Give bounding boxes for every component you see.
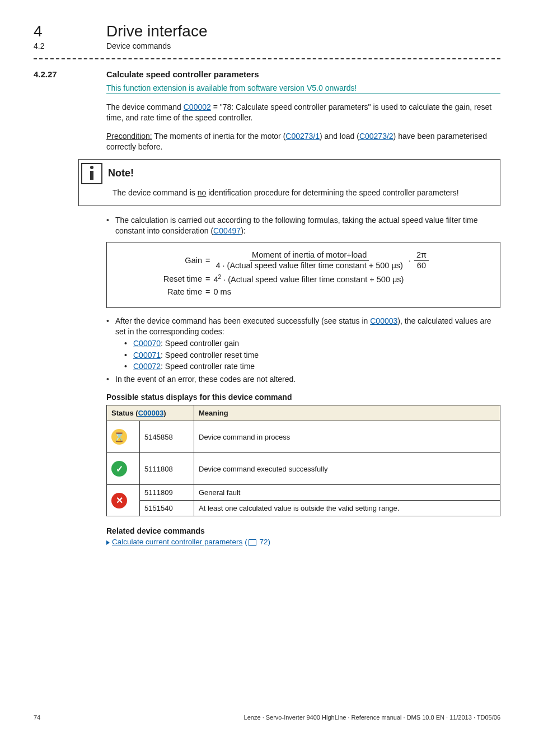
status-meaning: General fault <box>194 485 500 501</box>
sub-bullet: C00071: Speed controller reset time <box>124 350 500 361</box>
table-row: ⌛ 5145858 Device command in process <box>107 421 500 453</box>
text: ): <box>241 226 246 235</box>
bullet-error: In the event of an error, these codes ar… <box>106 374 500 385</box>
code-link-c00072[interactable]: C00072 <box>133 362 161 371</box>
code-link-c00003[interactable]: C00003 <box>370 316 397 325</box>
status-meaning: Device command in process <box>194 421 500 453</box>
fraction-denominator: 4 · (Actual speed value filter time cons… <box>213 261 405 270</box>
formula-box: Gain = Moment of inertia of motor+load 4… <box>106 242 500 308</box>
version-note: This function extension is available fro… <box>106 83 500 92</box>
status-code: 5111808 <box>140 453 194 485</box>
code-link-c00070[interactable]: C00070 <box>133 339 161 348</box>
fraction-numerator: 2π <box>414 250 429 260</box>
code-link-c00002[interactable]: C00002 <box>184 102 211 111</box>
text: The device command is <box>113 188 198 197</box>
related-heading: Related device commands <box>106 526 500 535</box>
status-code: 5151540 <box>140 501 194 516</box>
page-number: 74 <box>34 714 40 721</box>
intro-paragraph: The device command C00002 = "78: Calcula… <box>106 102 500 123</box>
status-meaning: Device command executed successfully <box>194 453 500 485</box>
text: After the device command has been execut… <box>115 316 370 325</box>
checkmark-icon: ✓ <box>111 461 127 477</box>
bullet-after-exec: After the device command has been execut… <box>106 316 500 372</box>
formula-rate-time: Rate time = 0 ms <box>152 287 489 296</box>
text: The device command <box>106 102 184 111</box>
status-header-meaning: Meaning <box>194 405 500 421</box>
status-code: 5145858 <box>140 421 194 453</box>
code-link-c00003[interactable]: C00003 <box>138 409 164 417</box>
text: ) <box>163 409 166 417</box>
text: Status ( <box>111 409 138 417</box>
fraction-main: Moment of inertia of motor+load 4 · (Act… <box>213 250 405 270</box>
text: The moments of inertia for the motor ( <box>152 132 286 141</box>
related-link[interactable]: Calculate current controller parameters <box>112 538 242 546</box>
related-link-row: Calculate current controller parameters … <box>106 538 500 546</box>
triangle-icon <box>106 540 110 545</box>
text: identification procedure for determining… <box>206 188 458 197</box>
section-title: Calculate speed controller parameters <box>106 69 259 79</box>
footer-text: Lenze · Servo-Inverter 9400 HighLine · R… <box>244 714 500 721</box>
sub-bullet: C00070: Speed controller gain <box>124 338 500 349</box>
page-ref: ( 72) <box>245 538 270 546</box>
dot-operator: · <box>409 256 411 265</box>
info-icon <box>81 163 102 184</box>
subchapter-title: Device commands <box>106 41 171 50</box>
text: : Speed controller gain <box>161 339 239 348</box>
note-body: The device command is no identification … <box>79 185 500 206</box>
note-title: Note! <box>108 167 134 179</box>
text: : Speed controller rate time <box>161 362 255 371</box>
equals: = <box>205 287 210 296</box>
table-row: ✓ 5111808 Device command executed succes… <box>107 453 500 485</box>
status-code: 5111809 <box>140 485 194 501</box>
subchapter-number: 4.2 <box>34 41 84 50</box>
code-link-c00273-1[interactable]: C00273/1 <box>285 132 320 141</box>
error-icon: ✕ <box>111 493 127 508</box>
formula-reset-time: Reset time = 42 · (Actual speed value fi… <box>152 274 489 284</box>
version-note-rule <box>106 94 500 94</box>
precondition-label: Precondition: <box>106 132 152 141</box>
status-header-status: Status (C00003) <box>107 405 194 421</box>
status-meaning: At least one calculated value is outside… <box>194 501 500 516</box>
status-table-heading: Possible status displays for this device… <box>106 393 500 402</box>
bullet-calculation: The calculation is carried out according… <box>106 215 500 236</box>
formula-gain-label: Gain <box>152 256 202 265</box>
text: 0 ms <box>213 287 231 296</box>
formula-reset-label: Reset time <box>152 274 202 283</box>
hourglass-icon: ⌛ <box>111 429 127 445</box>
equals: = <box>205 274 210 283</box>
book-icon <box>249 539 256 546</box>
code-link-c00497[interactable]: C00497 <box>213 226 241 235</box>
table-row: 5151540 At least one calculated value is… <box>107 501 500 516</box>
precondition-paragraph: Precondition: The moments of inertia for… <box>106 131 500 152</box>
table-row: ✕ 5111809 General fault <box>107 485 500 501</box>
fraction-denominator: 60 <box>415 261 428 270</box>
sub-bullet: C00072: Speed controller rate time <box>124 361 500 372</box>
text: : Speed controller reset time <box>161 351 259 360</box>
fraction-numerator: Moment of inertia of motor+load <box>250 250 369 260</box>
status-table: Status (C00003) Meaning ⌛ 5145858 Device… <box>106 405 500 516</box>
formula-gain: Gain = Moment of inertia of motor+load 4… <box>152 250 489 270</box>
code-link-c00273-2[interactable]: C00273/2 <box>359 132 394 141</box>
code-link-c00071[interactable]: C00071 <box>133 351 161 360</box>
chapter-number: 4 <box>34 22 84 40</box>
text-underline: no <box>198 188 207 197</box>
equals: = <box>205 256 210 265</box>
formula-rate-label: Rate time <box>152 287 202 296</box>
text: 42 · (Actual speed value filter time con… <box>213 274 404 284</box>
fraction-2pi: 2π 60 <box>414 250 429 270</box>
text: ) and load ( <box>320 132 359 141</box>
note-box: Note! The device command is no identific… <box>78 159 500 207</box>
section-number: 4.2.27 <box>34 69 84 79</box>
chapter-title: Drive interface <box>106 22 208 40</box>
separator-dashed <box>34 58 500 59</box>
text: The calculation is carried out according… <box>115 216 477 235</box>
